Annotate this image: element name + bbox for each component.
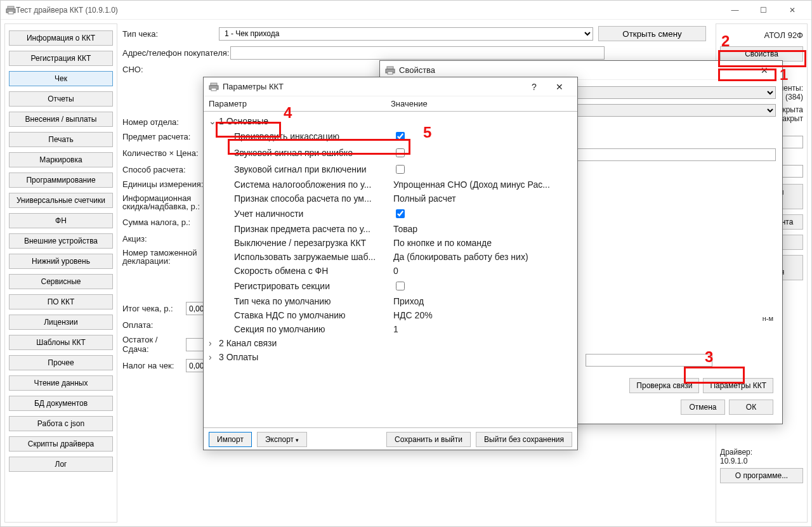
param-checkbox[interactable] <box>396 165 405 174</box>
properties-button[interactable]: Свойства <box>720 46 803 62</box>
titlebar: Тест драйвера ККТ (10.9.1.0) — ☐ ✕ <box>1 1 811 20</box>
sidebar-item-16[interactable]: Прочее <box>9 355 113 370</box>
svg-rect-6 <box>211 83 217 86</box>
param-checkbox[interactable] <box>396 209 405 218</box>
buyer-addr-input[interactable] <box>230 46 605 60</box>
col-value: Значение <box>391 99 428 108</box>
printer-icon <box>385 65 395 75</box>
sidebar-item-18[interactable]: БД документов <box>9 396 113 411</box>
sidebar-item-4[interactable]: Внесения / выплаты <box>9 112 113 127</box>
param-value[interactable]: Приход <box>391 296 577 306</box>
param-name: Регистрировать секции <box>204 281 391 291</box>
num-4: 4 <box>284 104 292 122</box>
sidebar-item-17[interactable]: Чтение данных <box>9 375 113 391</box>
param-value[interactable]: Полный расчет <box>391 193 577 204</box>
param-name: Ставка НДС по умолчанию <box>204 310 391 320</box>
sidebar-item-8[interactable]: Универсальные счетчики <box>9 193 113 208</box>
minimize-button[interactable]: — <box>721 1 749 19</box>
sidebar: Информация о ККТРегистрация ККТЧекОтчеты… <box>4 23 117 523</box>
param-checkbox[interactable] <box>396 282 405 290</box>
param-group[interactable]: ›3 Оплаты <box>204 350 577 364</box>
kkt-params-button[interactable]: Параметры ККТ <box>703 378 773 393</box>
tax-on-label: Налог на чек: <box>122 361 186 370</box>
param-group[interactable]: ›2 Канал связи <box>204 336 577 350</box>
param-tree[interactable]: ⌄1 ОсновныеПроизводить инкассациюЗвуково… <box>204 112 577 427</box>
close-button[interactable]: ✕ <box>778 1 806 19</box>
param-name: Использовать загружаемые шаб... <box>204 252 391 262</box>
param-name: Признак способа расчета по ум... <box>204 193 391 204</box>
num-2: 2 <box>721 32 730 50</box>
param-value[interactable]: Товар <box>391 224 577 234</box>
param-name: Система налогообложения по у... <box>204 179 391 190</box>
sidebar-item-1[interactable]: Регистрация ККТ <box>9 51 113 66</box>
params-title: Параметры ККТ <box>223 82 284 91</box>
param-name: Учет наличности <box>204 209 391 219</box>
param-value[interactable]: По кнопке и по команде <box>391 238 577 248</box>
sidebar-item-11[interactable]: Нижний уровень <box>9 254 113 269</box>
main-window: Тест драйвера ККТ (10.9.1.0) — ☐ ✕ Инфор… <box>0 0 812 527</box>
sidebar-item-3[interactable]: Отчеты <box>9 91 113 107</box>
params-help-button[interactable]: ? <box>521 82 547 92</box>
props-ok-button[interactable]: ОК <box>729 400 773 415</box>
num-1: 1 <box>780 66 788 84</box>
maximize-button[interactable]: ☐ <box>749 1 778 19</box>
exit-nosave-button[interactable]: Выйти без сохранения <box>476 432 572 447</box>
props-text-line <box>586 354 712 367</box>
params-close-button[interactable]: ✕ <box>547 82 572 92</box>
open-shift-button[interactable]: Открыть смену <box>598 26 706 41</box>
payment-label: Оплата: <box>122 320 186 330</box>
import-button[interactable]: Импорт <box>209 432 252 447</box>
save-exit-button[interactable]: Сохранить и выйти <box>386 432 471 447</box>
driver-label: Драйвер: <box>720 448 803 457</box>
about-button[interactable]: О программе... <box>720 468 803 483</box>
sidebar-item-19[interactable]: Работа с json <box>9 416 113 431</box>
window-title: Тест драйвера ККТ (10.9.1.0) <box>16 6 721 15</box>
sidebar-item-21[interactable]: Лог <box>9 457 113 472</box>
sidebar-item-20[interactable]: Скрипты драйвера <box>9 436 113 452</box>
props-cancel-button[interactable]: Отмена <box>681 400 725 415</box>
param-name: Звуковой сигнал при ошибке <box>204 148 391 158</box>
printer-icon <box>6 5 16 15</box>
printer-icon <box>209 82 219 92</box>
sidebar-item-13[interactable]: ПО ККТ <box>9 294 113 309</box>
svg-rect-2 <box>8 11 13 14</box>
svg-rect-5 <box>388 72 393 74</box>
conn-test-button[interactable]: Проверка связи <box>629 378 699 393</box>
nm-label: н-м <box>763 315 773 322</box>
sidebar-item-0[interactable]: Информация о ККТ <box>9 30 113 46</box>
param-value[interactable]: 0 <box>391 266 577 276</box>
props-close-button[interactable]: ✕ <box>752 65 777 75</box>
sidebar-item-14[interactable]: Лицензии <box>9 315 113 330</box>
receipt-type-select[interactable]: 1 - Чек прихода <box>219 27 593 41</box>
param-name: Секция по умолчанию <box>204 324 391 334</box>
col-param: Параметр <box>204 99 391 108</box>
param-name: Тип чека по умолчанию <box>204 296 391 306</box>
buyer-addr-label: Адрес/телефон покупателя: <box>122 48 230 58</box>
param-value[interactable]: Упрощенная СНО (Доход минус Рас... <box>391 179 577 190</box>
total-label: Итог чека, р.: <box>122 304 186 313</box>
param-value[interactable]: 1 <box>391 324 577 334</box>
sidebar-item-12[interactable]: Сервисные <box>9 274 113 289</box>
sidebar-item-6[interactable]: Маркировка <box>9 152 113 167</box>
sidebar-item-15[interactable]: Шаблоны ККТ <box>9 335 113 350</box>
num-3: 3 <box>705 348 713 366</box>
export-button[interactable]: Экспорт <box>257 432 307 447</box>
param-name: Скорость обмена с ФН <box>204 266 391 276</box>
num-5: 5 <box>423 124 431 141</box>
param-checkbox[interactable] <box>396 132 405 141</box>
sidebar-item-7[interactable]: Программирование <box>9 172 113 188</box>
param-value[interactable]: НДС 20% <box>391 310 577 320</box>
sidebar-item-2[interactable]: Чек <box>9 71 113 86</box>
device-name: АТОЛ 92Ф <box>720 30 803 40</box>
svg-rect-0 <box>8 6 14 9</box>
change-label: Остаток / Сдача: <box>122 335 186 354</box>
param-name: Признак предмета расчета по у... <box>204 224 391 234</box>
sidebar-item-5[interactable]: Печать <box>9 132 113 147</box>
svg-rect-8 <box>211 88 216 91</box>
sidebar-item-10[interactable]: Внешние устройства <box>9 233 113 249</box>
param-checkbox[interactable] <box>396 148 405 157</box>
param-group[interactable]: ⌄1 Основные <box>204 114 577 128</box>
param-value[interactable]: Да (блокировать работу без них) <box>391 252 577 262</box>
svg-rect-3 <box>387 67 393 69</box>
sidebar-item-9[interactable]: ФН <box>9 213 113 228</box>
